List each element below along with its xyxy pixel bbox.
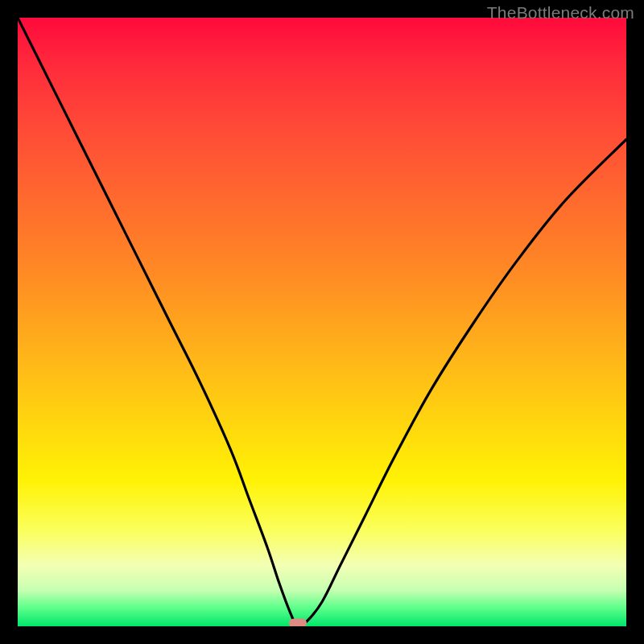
- chart-frame: TheBottleneck.com: [0, 0, 644, 644]
- watermark-text: TheBottleneck.com: [487, 3, 634, 23]
- plot-area: [18, 18, 626, 626]
- minimum-marker: [289, 619, 307, 627]
- bottleneck-curve-path: [18, 18, 626, 626]
- bottleneck-curve: [18, 18, 626, 626]
